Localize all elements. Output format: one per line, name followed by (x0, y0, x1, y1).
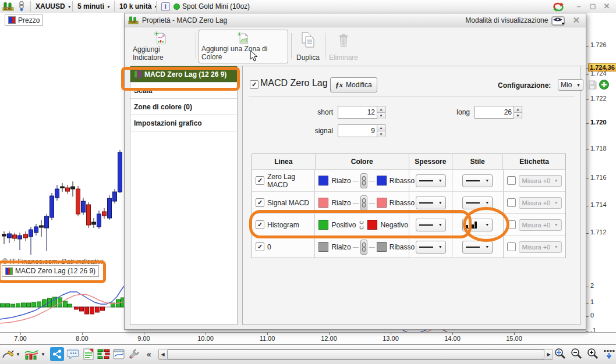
edit-formula-button[interactable]: ƒx Modifica (330, 77, 377, 92)
header-linea: Linea (252, 154, 315, 169)
label-checkbox[interactable] (507, 220, 516, 229)
price-axis[interactable]: 1.7261.724,361.7241.7221.7201.7181.7161.… (586, 13, 616, 332)
macd-indicator-tab[interactable]: MACD Zero Lag (12 26 9) (2, 265, 99, 277)
thickness-dropdown[interactable]: ▼ (416, 197, 446, 209)
display-mode-eye-button[interactable] (551, 15, 567, 26)
chart-window-icon[interactable] (112, 347, 126, 361)
price-axis-label: 1.716 (590, 174, 607, 181)
up-color-label: Rialzo (331, 177, 351, 185)
dialog-titlebar[interactable]: DEMO Proprietà - MACD Zero Lag Modalità … (125, 13, 586, 27)
label-dropdown[interactable]: Misura +0▼ (519, 175, 562, 187)
share-icon[interactable] (50, 347, 64, 361)
save-config-icon[interactable] (587, 80, 597, 90)
scale-down-icon[interactable] (602, 347, 616, 361)
link-anchor-icon[interactable] (17, 0, 26, 13)
zoom-out-icon[interactable] (569, 347, 583, 361)
scrollbar-thumb[interactable] (167, 349, 544, 359)
up-color-swatch[interactable] (318, 242, 328, 252)
market-depth-icon[interactable] (97, 347, 111, 361)
style-dropdown-histogram[interactable]: ▼ (462, 219, 493, 231)
style-dropdown[interactable]: ▼ (462, 197, 493, 209)
scroll-right-arrow[interactable]: ▶ (545, 349, 553, 359)
spinner-buttons[interactable]: ▲▼ (514, 106, 522, 118)
label-dropdown[interactable]: Misura +0▼ (519, 197, 562, 209)
price-axis-label: 1.714 (590, 201, 607, 208)
long-param-input[interactable]: 26 ▲▼ (475, 106, 522, 119)
minimize-button[interactable]: – (573, 1, 585, 11)
duplicate-icon (300, 31, 316, 49)
configuration-dropdown[interactable]: Mio ▼ (558, 79, 583, 91)
info-button[interactable]: i (161, 0, 170, 13)
zoom-in-icon[interactable] (586, 347, 600, 361)
link-dash: — (369, 177, 375, 184)
delete-button[interactable]: Eliminare (328, 30, 359, 63)
horizontal-scrollbar[interactable]: ◀ ▶ (158, 349, 553, 360)
dialog-close-icon[interactable]: ✕ (570, 15, 582, 26)
label-checkbox[interactable] (507, 242, 516, 251)
chart-type-icon[interactable] (24, 347, 38, 361)
fx-icon: ƒx (335, 80, 343, 90)
units-selector[interactable]: 10 k unità▼ (119, 0, 158, 13)
close-button[interactable]: ✕ (601, 1, 613, 11)
thickness-dropdown[interactable]: ▼ (416, 241, 446, 254)
price-tick (586, 179, 589, 179)
add-config-icon[interactable] (599, 80, 609, 90)
label-checkbox[interactable] (507, 176, 516, 185)
time-axis-label: 7.00 (8, 335, 33, 342)
bottom-toolbar: ▼ ▼ (0, 344, 616, 364)
settings-wrench-icon[interactable] (127, 347, 141, 361)
chart-type-dropdown[interactable]: ▼ (41, 352, 45, 357)
add-color-zone-label: Aggiungi una Zona di Colore (201, 45, 285, 61)
short-param-input[interactable]: 12 ▲▼ (338, 106, 385, 119)
label-dropdown[interactable]: Misura +0▼ (519, 219, 562, 231)
news-icon[interactable] (82, 347, 95, 361)
spinner-buttons[interactable]: ▲▼ (377, 125, 385, 137)
link-colors-button[interactable] (360, 195, 367, 210)
refresh-icon[interactable] (552, 1, 565, 13)
unlink-colors-button[interactable] (359, 218, 364, 232)
maximize-button[interactable]: ▢ (587, 1, 599, 11)
label-dropdown[interactable]: Misura +0▼ (519, 241, 562, 253)
spinner-buttons[interactable]: ▲▼ (377, 106, 385, 118)
line-visible-checkbox[interactable]: ✓ (256, 242, 264, 251)
time-axis[interactable]: 7.008.009.0010.0011.0012.0013.0014.0015.… (0, 332, 616, 345)
positive-color-swatch[interactable] (318, 220, 328, 230)
scroll-left-arrow[interactable]: ◀ (159, 349, 167, 359)
label-checkbox[interactable] (507, 198, 516, 207)
symbol-selector[interactable]: XAUUSD▼ (36, 0, 72, 13)
last-price-label: 1.724,36 (588, 63, 616, 72)
sidebar-item-impostazioni-grafico[interactable]: Impostazioni grafico (130, 115, 237, 131)
add-color-zone-button[interactable]: Aggiungi una Zona di Colore (199, 30, 288, 63)
line-visible-checkbox[interactable]: ✓ (256, 198, 264, 207)
timeframe-selector[interactable]: 5 minuti▼ (77, 0, 111, 13)
chat-icon[interactable] (66, 347, 80, 361)
thickness-dropdown[interactable]: ▼ (416, 219, 446, 231)
line-visible-checkbox[interactable]: ✓ (256, 176, 264, 185)
sidebar-item-macd-zero-lag[interactable]: MACD Zero Lag (12 26 9) (130, 66, 237, 83)
sidebar-item-scala[interactable]: Scala (130, 83, 237, 99)
style-dropdown[interactable]: ▼ (462, 241, 493, 254)
signal-param-input[interactable]: 9 ▲▼ (338, 124, 385, 137)
up-color-swatch[interactable] (318, 176, 328, 185)
toolbar-separator (196, 33, 196, 59)
indicator-visible-checkbox[interactable]: ✓ (250, 80, 259, 89)
add-indicator-button[interactable]: Aggiungi Indicatore (130, 30, 191, 63)
up-color-swatch[interactable] (318, 198, 328, 208)
drawing-tool-icon[interactable] (1, 347, 15, 361)
link-colors-button[interactable] (360, 173, 367, 188)
down-color-swatch[interactable] (377, 198, 387, 208)
duplicate-label: Duplica (296, 53, 320, 62)
link-colors-button[interactable] (360, 240, 367, 255)
style-dropdown[interactable]: ▼ (462, 174, 493, 187)
line-visible-checkbox[interactable]: ✓ (256, 220, 264, 229)
down-color-swatch[interactable] (377, 242, 387, 252)
down-color-swatch[interactable] (377, 176, 387, 185)
duplicate-button[interactable]: Duplica (295, 30, 321, 63)
drawing-tool-dropdown[interactable]: ▼ (16, 352, 20, 357)
zoom-fit-icon[interactable] (553, 347, 567, 361)
negative-color-swatch[interactable] (367, 220, 377, 230)
thickness-dropdown[interactable]: ▼ (416, 174, 446, 187)
sidebar-item-zone-di-colore[interactable]: Zone di colore (0) (130, 99, 237, 115)
collapse-toolbar-button[interactable]: « (142, 347, 156, 361)
configuration-label: Configurazione: (498, 81, 551, 90)
